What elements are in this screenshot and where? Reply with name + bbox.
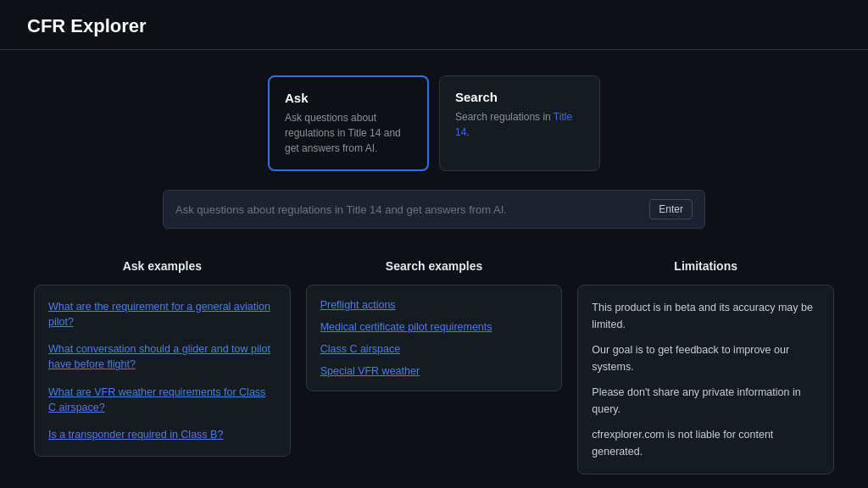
tab-search-label: Search — [455, 90, 584, 104]
tabs-container: Ask Ask questions about regulations in T… — [268, 75, 600, 171]
enter-button[interactable]: Enter — [649, 199, 693, 219]
limitations-column: Limitations This product is in beta and … — [577, 259, 834, 474]
search-link-1[interactable]: Medical certificate pilot requirements — [320, 321, 548, 333]
tab-search[interactable]: Search Search regulations in Title 14. — [439, 75, 600, 171]
search-link-3[interactable]: Special VFR weather — [320, 365, 548, 377]
limitations-title: Limitations — [577, 259, 834, 273]
ask-examples-title: Ask examples — [34, 259, 291, 273]
app-header: CFR Explorer — [0, 0, 868, 50]
ask-link-3[interactable]: Is a transponder required in Class B? — [48, 427, 276, 442]
ask-link-0[interactable]: What are the requirement for a general a… — [48, 299, 276, 330]
search-examples-box: Preflight actions Medical certificate pi… — [306, 285, 563, 391]
search-bar-container: Enter — [163, 190, 705, 229]
tab-ask-label: Ask — [285, 91, 412, 105]
limitations-item-3: cfrexplorer.com is not liable for conten… — [592, 426, 820, 460]
ask-examples-box: What are the requirement for a general a… — [34, 285, 291, 457]
limitations-box: This product is in beta and its accuracy… — [577, 285, 834, 474]
limitations-item-1: Our goal is to get feedback to improve o… — [592, 341, 820, 375]
tab-search-desc-suffix: . — [466, 126, 469, 138]
tab-ask[interactable]: Ask Ask questions about regulations in T… — [268, 75, 429, 171]
three-columns: Ask examples What are the requirement fo… — [34, 259, 834, 474]
search-link-0[interactable]: Preflight actions — [320, 299, 548, 311]
tab-ask-desc: Ask questions about regulations in Title… — [285, 110, 412, 156]
tab-search-desc: Search regulations in Title 14. — [455, 109, 584, 140]
search-examples-title: Search examples — [306, 259, 563, 273]
search-input[interactable] — [175, 203, 649, 216]
ask-examples-column: Ask examples What are the requirement fo… — [34, 259, 291, 474]
app-title: CFR Explorer — [27, 15, 841, 37]
ask-link-2[interactable]: What are VFR weather requirements for Cl… — [48, 385, 276, 415]
main-content: Ask Ask questions about regulations in T… — [0, 50, 868, 488]
search-link-2[interactable]: Class C airspace — [320, 343, 548, 355]
limitations-item-0: This product is in beta and its accuracy… — [592, 299, 820, 333]
ask-link-1[interactable]: What conversation should a glider and to… — [48, 341, 276, 372]
tab-search-desc-prefix: Search regulations in — [455, 111, 554, 123]
limitations-item-2: Please don't share any private informati… — [592, 384, 820, 418]
search-examples-column: Search examples Preflight actions Medica… — [306, 259, 563, 474]
